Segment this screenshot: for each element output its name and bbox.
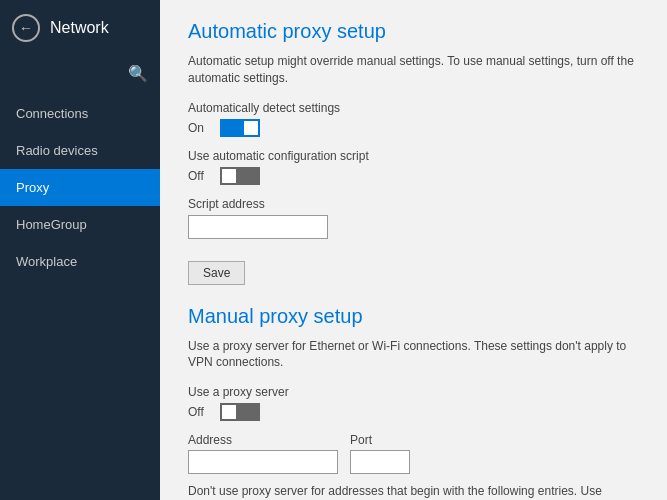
sidebar-header: ← Network xyxy=(0,0,160,56)
back-button[interactable]: ← xyxy=(12,14,40,42)
sidebar-title: Network xyxy=(50,19,109,37)
exceptions-setting: Don't use proxy server for addresses tha… xyxy=(188,484,639,500)
script-address-input[interactable] xyxy=(188,215,328,239)
port-label: Port xyxy=(350,433,410,447)
auto-config-toggle-row: Off xyxy=(188,167,639,185)
manual-proxy-title: Manual proxy setup xyxy=(188,305,639,328)
sidebar-item-homegroup[interactable]: HomeGroup xyxy=(0,206,160,243)
address-input[interactable] xyxy=(188,450,338,474)
auto-proxy-section: Automatic proxy setup Automatic setup mi… xyxy=(188,20,639,285)
address-port-row: Address Port xyxy=(188,433,639,474)
port-input[interactable] xyxy=(350,450,410,474)
auto-proxy-desc: Automatic setup might override manual se… xyxy=(188,53,639,87)
sidebar: ← Network 🔍 Connections Radio devices Pr… xyxy=(0,0,160,500)
script-address-setting: Script address xyxy=(188,197,639,239)
sidebar-item-workplace[interactable]: Workplace xyxy=(0,243,160,280)
manual-proxy-section: Manual proxy setup Use a proxy server fo… xyxy=(188,305,639,500)
auto-detect-status: On xyxy=(188,121,212,135)
sidebar-nav: Connections Radio devices Proxy HomeGrou… xyxy=(0,95,160,280)
sidebar-item-radio-devices[interactable]: Radio devices xyxy=(0,132,160,169)
sidebar-item-proxy[interactable]: Proxy xyxy=(0,169,160,206)
sidebar-item-connections[interactable]: Connections xyxy=(0,95,160,132)
auto-config-toggle[interactable] xyxy=(220,167,260,185)
auto-detect-toggle-thumb xyxy=(244,121,258,135)
auto-detect-label: Automatically detect settings xyxy=(188,101,639,115)
exceptions-label: Don't use proxy server for addresses tha… xyxy=(188,484,639,500)
auto-proxy-save-button[interactable]: Save xyxy=(188,261,245,285)
auto-config-label: Use automatic configuration script xyxy=(188,149,639,163)
port-field-group: Port xyxy=(350,433,410,474)
back-icon: ← xyxy=(19,20,33,36)
script-address-label: Script address xyxy=(188,197,639,211)
auto-detect-toggle[interactable] xyxy=(220,119,260,137)
auto-proxy-title: Automatic proxy setup xyxy=(188,20,639,43)
manual-proxy-desc: Use a proxy server for Ethernet or Wi-Fi… xyxy=(188,338,639,372)
use-proxy-setting: Use a proxy server Off xyxy=(188,385,639,421)
auto-config-toggle-thumb xyxy=(222,169,236,183)
address-field-group: Address xyxy=(188,433,338,474)
main-content: Automatic proxy setup Automatic setup mi… xyxy=(160,0,667,500)
use-proxy-label: Use a proxy server xyxy=(188,385,639,399)
auto-detect-toggle-row: On xyxy=(188,119,639,137)
use-proxy-toggle[interactable] xyxy=(220,403,260,421)
address-label: Address xyxy=(188,433,338,447)
use-proxy-status: Off xyxy=(188,405,212,419)
auto-detect-setting: Automatically detect settings On xyxy=(188,101,639,137)
search-icon[interactable]: 🔍 xyxy=(128,64,148,83)
auto-config-status: Off xyxy=(188,169,212,183)
auto-config-setting: Use automatic configuration script Off xyxy=(188,149,639,185)
use-proxy-toggle-row: Off xyxy=(188,403,639,421)
sidebar-search: 🔍 xyxy=(0,56,160,91)
use-proxy-toggle-thumb xyxy=(222,405,236,419)
